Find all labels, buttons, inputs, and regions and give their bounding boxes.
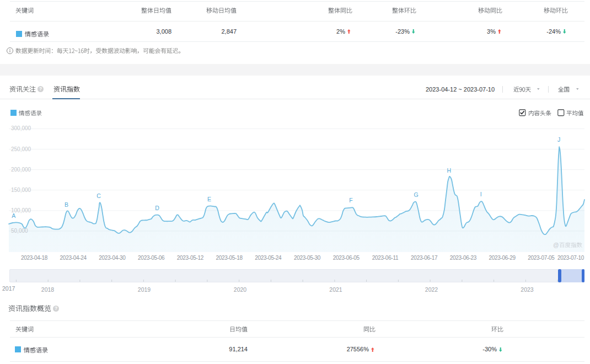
svg-text:@: @: [553, 242, 559, 248]
svg-text:?: ?: [55, 306, 57, 311]
svg-text:?: ?: [39, 86, 42, 92]
